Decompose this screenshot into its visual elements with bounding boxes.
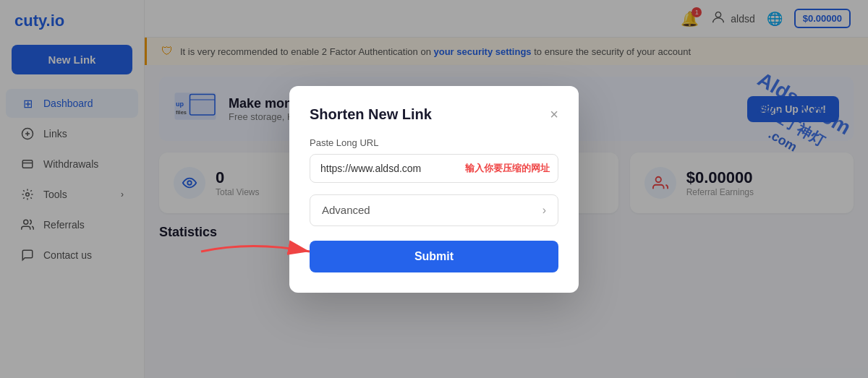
arrow-annotation (194, 233, 324, 270)
modal-title: Shorten New Link (310, 106, 432, 123)
submit-button[interactable]: Submit (310, 241, 558, 272)
advanced-label: Advanced (322, 204, 370, 216)
app-layout: cuty.io New Link ⊞ Dashboard Links Withd… (0, 0, 868, 378)
modal-close-button[interactable]: × (550, 107, 558, 121)
modal-overlay[interactable]: Shorten New Link × Paste Long URL 输入你要压缩… (0, 0, 868, 378)
advanced-toggle[interactable]: Advanced › (310, 194, 558, 226)
submit-wrapper: Submit (310, 241, 558, 272)
url-input-wrapper: 输入你要压缩的网址 (310, 154, 558, 183)
modal-header: Shorten New Link × (310, 106, 558, 123)
shorten-link-modal: Shorten New Link × Paste Long URL 输入你要压缩… (289, 86, 579, 293)
chevron-right-icon: › (542, 204, 546, 217)
url-hint-text: 输入你要压缩的网址 (465, 162, 550, 175)
url-field-label: Paste Long URL (310, 137, 558, 148)
